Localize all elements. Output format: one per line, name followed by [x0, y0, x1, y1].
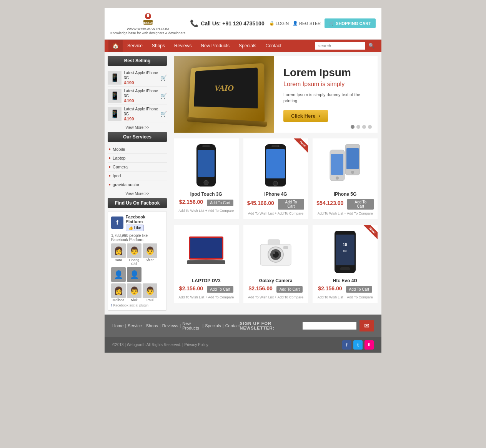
svg-point-29 [273, 252, 275, 254]
add-to-cart-camera[interactable]: Add To Cart [276, 286, 303, 293]
nav-specials[interactable]: Specials [234, 40, 261, 52]
cart-icon: 🛒 [329, 21, 335, 26]
avatar-changchil: 👨 [127, 243, 141, 258]
avatar-bara: 👩 [111, 243, 126, 258]
add-to-cart-iphone5g[interactable]: Add To Cart [347, 199, 374, 210]
product-links-iphone4g: Add To Wish List + Add To Compare [247, 212, 305, 215]
product-image-iphone5g [316, 142, 374, 188]
product-card-htc: New! 10 08 Htc Evo 4G $2.156.00 [313, 225, 378, 303]
footer-link-reviews[interactable]: Reviews [162, 323, 178, 328]
svg-point-7 [204, 180, 208, 185]
twitter-social-icon[interactable]: t [353, 340, 363, 350]
facebook-like-button[interactable]: 👍 Like [126, 225, 144, 231]
add-to-cart-iphone4g[interactable]: Add To Cart [278, 199, 305, 210]
our-services-title: Our Services [108, 132, 167, 142]
service-item-laptop[interactable]: ● Laptop [108, 154, 167, 163]
product-links-laptop: Add To Wish List + Add To Compare [178, 295, 235, 299]
add-to-cart-laptop[interactable]: Add To Cart [207, 286, 233, 293]
svg-rect-22 [190, 238, 222, 258]
search-button[interactable]: 🔍 [365, 41, 378, 50]
logo[interactable]: WEBGRANTH WWW.WEBGRANTH.COM Knowledge ba… [110, 12, 185, 35]
nav-service[interactable]: Service [123, 40, 147, 52]
products-grid-row2: LAPTOP DV3 $2.156.00 Add To Cart Add To … [174, 225, 378, 303]
footer-links: Home | Service | Shops | Reviews | New P… [112, 321, 240, 330]
facebook-social-icon[interactable]: f [342, 340, 351, 350]
product-name-2: Latest Apple iPhone 3G [124, 88, 158, 98]
product-name-laptop: LAPTOP DV3 [178, 278, 235, 283]
svg-point-19 [351, 171, 354, 174]
footer-link-home[interactable]: Home [112, 323, 123, 328]
hero-click-here-button[interactable]: Click Here › [283, 110, 328, 122]
bullet-icon: ● [108, 182, 111, 187]
sidebar-cart-3[interactable]: 🛒 [160, 111, 167, 117]
svg-rect-15 [331, 154, 343, 175]
best-selling-title: Best Selling [108, 56, 167, 66]
best-selling-view-more[interactable]: View More >> [108, 123, 167, 132]
service-item-camera[interactable]: ● Camera [108, 163, 167, 172]
logo-url: WWW.WEBGRANTH.COM [127, 27, 169, 31]
avatar-5: 👤 [127, 267, 141, 282]
footer-social: f t fl [342, 340, 374, 350]
products-grid-row1: Ipod Touch 3G $2.156.00 Add To Cart Add … [174, 138, 378, 219]
svg-rect-31 [283, 246, 288, 249]
logo-icon: WEBGRANTH [140, 12, 156, 27]
phone-icon: 📞 [190, 19, 198, 28]
sidebar-cart-2[interactable]: 🛒 [160, 93, 167, 99]
site-header: WEBGRANTH WWW.WEBGRANTH.COM Knowledge ba… [105, 8, 381, 40]
home-button[interactable]: 🏠 [108, 40, 123, 52]
hero-dot-1[interactable] [351, 125, 355, 129]
newsletter-submit-button[interactable]: ✉ [360, 320, 374, 331]
footer-link-contact[interactable]: Contact [225, 323, 240, 328]
hero-dot-3[interactable] [362, 125, 366, 129]
svg-text:08: 08 [343, 249, 347, 253]
add-to-cart-ipod[interactable]: Add To Cart [207, 200, 233, 206]
hero-banner: VAIO Lorem Ipsum Lorem Ipsum is simply L… [174, 56, 378, 133]
sidebar-cart-1[interactable]: 🛒 [160, 75, 167, 81]
product-links-camera: Add To Wish List + Add To Compare [247, 295, 305, 299]
nav-reviews[interactable]: Reviews [170, 40, 196, 52]
svg-point-16 [336, 177, 339, 180]
bullet-icon: ● [108, 156, 111, 160]
hero-dots [351, 125, 372, 129]
flickr-social-icon[interactable]: fl [364, 340, 374, 350]
hero-dot-2[interactable] [356, 125, 360, 129]
sidebar: Best Selling 📱 Latest Apple iPhone 3G &1… [105, 52, 170, 315]
avatar-nick: 👨 [127, 283, 141, 298]
sidebar-product-2: 📱 Latest Apple iPhone 3G &190 🛒 [108, 87, 167, 105]
footer-link-service[interactable]: Service [128, 323, 142, 328]
bullet-icon: ● [108, 165, 111, 169]
facebook-avatars-row2: 👤 👤 [111, 267, 163, 282]
product-price-1: &190 [124, 80, 158, 85]
product-card-iphone4g: New! IPhone 4G $45.166.00 [243, 138, 308, 219]
svg-text:WEBGRANTH: WEBGRANTH [140, 22, 156, 24]
facebook-icon-small: f [111, 303, 112, 307]
service-item-ipod[interactable]: ● Ipod [108, 172, 167, 180]
svg-rect-6 [198, 150, 215, 177]
product-price-laptop: $2.156.00 [179, 285, 203, 291]
product-image-camera [247, 229, 305, 275]
register-link[interactable]: 👤 REGISTER [293, 21, 321, 26]
main-area: VAIO Lorem Ipsum Lorem Ipsum is simply L… [170, 52, 381, 315]
facebook-page-name: Facebook Platform [126, 215, 163, 224]
footer-link-specials[interactable]: Specials [205, 323, 221, 328]
svg-text:10: 10 [343, 243, 348, 247]
nav-shops[interactable]: Shops [147, 40, 170, 52]
footer-link-new-products[interactable]: New Products [182, 321, 201, 330]
hero-dot-4[interactable] [368, 125, 372, 129]
search-input[interactable] [315, 42, 365, 50]
facebook-section-title: Find Us On Facbook [108, 198, 167, 208]
newsletter-input[interactable] [303, 322, 356, 330]
hero-text: Lorem Ipsum Lorem Ipsum is simply Lorem … [274, 59, 378, 130]
login-link[interactable]: 🔒 LOGIN [269, 21, 289, 26]
shopping-cart-button[interactable]: 🛒 SHOPPING CART [325, 18, 376, 28]
nav-contact[interactable]: Contact [261, 40, 286, 52]
add-to-cart-htc[interactable]: Add To Cart [346, 286, 373, 293]
nav-new-products[interactable]: New Products [196, 40, 234, 52]
service-item-gravida[interactable]: ● gravida auctor [108, 180, 167, 189]
avatar-afzan: 👨 [143, 243, 157, 258]
footer-link-shops[interactable]: Shops [146, 323, 158, 328]
service-item-mobile[interactable]: ● Mobile [108, 145, 167, 154]
product-price-ipod: $2.156.00 [179, 199, 203, 205]
services-view-more[interactable]: View More >> [108, 189, 167, 198]
svg-rect-34 [340, 267, 350, 270]
